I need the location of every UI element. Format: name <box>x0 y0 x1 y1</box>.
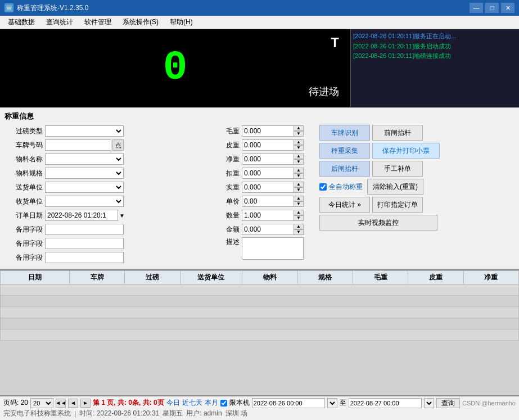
dot-button[interactable]: 点 <box>112 139 124 151</box>
select-receiving-unit[interactable] <box>45 196 124 207</box>
log-panel: [2022-08-26 01:20:11]服务正在启动... [2022-08-… <box>350 29 519 107</box>
query-button[interactable]: 查询 <box>436 398 460 408</box>
weight-capture-button[interactable]: 秤重采集 <box>319 143 370 159</box>
label-net-weight: 净重 <box>201 155 240 164</box>
menu-software-mgmt[interactable]: 软件管理 <box>79 16 117 28</box>
quantity-up[interactable]: ▲ <box>294 210 304 215</box>
net-weight-spinners: ▲ ▼ <box>294 153 304 165</box>
gross-weight-up[interactable]: ▲ <box>294 125 304 131</box>
table-body <box>1 284 519 341</box>
net-weight-up[interactable]: ▲ <box>294 153 304 159</box>
input-spare3[interactable] <box>45 252 124 263</box>
status-row-1: 页码: 20 2050100 ◄◄ ◄ ► 第 1 页, 共: 0条, 共: 0… <box>3 398 516 408</box>
row-tare: 皮重 ▲ ▼ <box>201 139 314 151</box>
table-section: 日期 车牌 过磅 送货单位 物料 规格 毛重 皮重 净重 <box>0 269 519 395</box>
input-spare1[interactable] <box>45 224 124 235</box>
label-receiving-unit: 收货单位 <box>4 197 43 206</box>
last7days-link[interactable]: 近七天 <box>182 398 202 408</box>
col-overload: 过磅 <box>125 271 180 284</box>
maximize-button[interactable]: □ <box>485 3 499 13</box>
plate-recognition-button[interactable]: 车牌识别 <box>319 125 370 141</box>
row-spare2: 备用字段 <box>4 237 196 250</box>
select-material-name[interactable] <box>45 153 124 165</box>
page-size-select[interactable]: 2050100 <box>30 398 53 408</box>
amount-down[interactable]: ▼ <box>294 229 304 235</box>
col-plate: 车牌 <box>69 271 124 284</box>
menu-basic-data[interactable]: 基础数据 <box>2 16 40 28</box>
auto-weigh-checkbox-row: 全自动称重 <box>319 182 363 192</box>
clear-input-button[interactable]: 清除输入(重置) <box>367 179 423 195</box>
section-title: 称重信息 <box>4 111 515 121</box>
log-entry-3: [2022-08-26 01:20:11]地磅连接成功 <box>353 51 517 61</box>
empty-row-5 <box>1 329 519 341</box>
log-entry-2: [2022-08-26 01:20:11]服务启动成功 <box>353 42 517 52</box>
quantity-spinners: ▲ ▼ <box>294 210 304 221</box>
actual-weight-up[interactable]: ▲ <box>294 182 304 187</box>
svg-text:W: W <box>7 6 11 11</box>
action-row-5: 今日统计 » 打印指定订单 <box>319 197 515 213</box>
next-page-button[interactable]: ► <box>80 399 91 408</box>
local-machine-checkbox[interactable] <box>220 400 227 407</box>
first-page-button[interactable]: ◄◄ <box>56 399 66 408</box>
quantity-down[interactable]: ▼ <box>294 215 304 221</box>
label-plate-number: 车牌号码 <box>4 141 43 150</box>
quantity-wrap: ▲ ▼ <box>242 210 304 221</box>
today-stats-button[interactable]: 今日统计 » <box>319 197 370 213</box>
t-label: T <box>331 35 339 51</box>
today-link[interactable]: 今日 <box>166 398 180 408</box>
date-from-select[interactable] <box>327 398 337 408</box>
realtime-video-button[interactable]: 实时视频监控 <box>319 215 437 231</box>
deduction-up[interactable]: ▲ <box>294 168 304 173</box>
thismonth-link[interactable]: 本月 <box>205 398 218 408</box>
label-deduction: 扣重 <box>201 169 240 178</box>
menu-system-ops[interactable]: 系统操作(S) <box>117 16 164 28</box>
tare-spinners: ▲ ▼ <box>294 139 304 151</box>
label-spare2: 备用字段 <box>4 239 43 249</box>
row-receiving-unit: 收货单位 <box>4 195 196 207</box>
row-plate-number: 车牌号码 点 <box>4 139 196 151</box>
rear-gate-button[interactable]: 后闸抬杆 <box>319 161 370 177</box>
input-plate-number[interactable] <box>45 139 111 151</box>
gross-weight-spinners: ▲ ▼ <box>294 125 304 137</box>
label-tare: 皮重 <box>201 141 240 150</box>
app-icon: W <box>4 3 13 12</box>
date-dropdown-icon[interactable]: ▼ <box>119 213 125 219</box>
minimize-button[interactable]: — <box>470 3 483 13</box>
table-header-row: 日期 车牌 过磅 送货单位 物料 规格 毛重 皮重 净重 <box>1 271 519 284</box>
save-print-button[interactable]: 保存并打印小票 <box>372 143 440 159</box>
actual-weight-spinners: ▲ ▼ <box>294 182 304 193</box>
front-gate-button[interactable]: 前闸抬杆 <box>372 125 423 141</box>
auto-weigh-checkbox[interactable] <box>319 183 327 191</box>
select-overload-type[interactable] <box>45 125 124 137</box>
prev-page-button[interactable]: ◄ <box>68 399 78 408</box>
print-order-button[interactable]: 打印指定订单 <box>372 197 423 213</box>
manual-supply-button[interactable]: 手工补单 <box>372 161 423 177</box>
camera-area: 0 T 待进场 [2022-08-26 01:20:11]服务正在启动... [… <box>0 29 519 108</box>
net-weight-wrap: ▲ ▼ <box>242 153 304 165</box>
deduction-down[interactable]: ▼ <box>294 173 304 179</box>
tare-down[interactable]: ▼ <box>294 145 304 151</box>
gross-weight-down[interactable]: ▼ <box>294 131 304 137</box>
input-spare2[interactable] <box>45 238 124 249</box>
action-row-2: 秤重采集 保存并打印小票 <box>319 143 515 159</box>
input-description[interactable] <box>242 237 304 260</box>
input-order-date[interactable] <box>45 210 118 221</box>
status-row-2: 完安电子科技称重系统 | 时间: 2022-08-26 01:20:31 星期五… <box>3 409 516 418</box>
select-shipping-unit[interactable] <box>45 182 124 193</box>
unit-price-up[interactable]: ▲ <box>294 196 304 201</box>
menu-query-stats[interactable]: 查询统计 <box>40 16 79 28</box>
select-material-spec[interactable] <box>45 168 124 179</box>
row-actual-weight: 实重 ▲ ▼ <box>201 181 314 193</box>
row-shipping-unit: 送货单位 <box>4 181 196 193</box>
actual-weight-down[interactable]: ▼ <box>294 187 304 193</box>
menu-help[interactable]: 帮助(H) <box>164 16 198 28</box>
row-material-name: 物料名称 <box>4 153 196 165</box>
tare-up[interactable]: ▲ <box>294 139 304 145</box>
date-to-select[interactable] <box>424 398 434 408</box>
date-from-input[interactable] <box>252 398 325 408</box>
net-weight-down[interactable]: ▼ <box>294 159 304 165</box>
amount-up[interactable]: ▲ <box>294 224 304 229</box>
date-to-input[interactable] <box>349 398 422 408</box>
close-button[interactable]: ✕ <box>501 3 515 13</box>
unit-price-down[interactable]: ▼ <box>294 201 304 207</box>
